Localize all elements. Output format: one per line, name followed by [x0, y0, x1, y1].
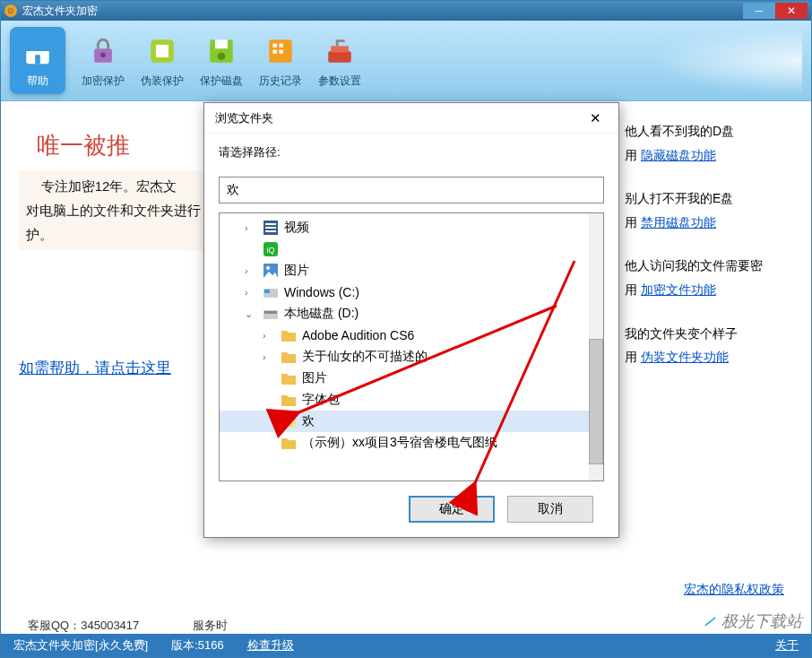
svg-rect-27: [264, 311, 277, 314]
expand-icon[interactable]: ⌄: [245, 308, 257, 320]
svg-rect-14: [328, 51, 351, 63]
tip-item-3: 我的文件夹变个样子用 伪装文件夹功能: [625, 322, 800, 369]
tip-link-0[interactable]: 隐藏磁盘功能: [641, 148, 716, 162]
expand-icon[interactable]: ›: [245, 265, 257, 276]
svg-point-3: [100, 52, 106, 57]
video-icon: [263, 221, 279, 235]
tree-item-1[interactable]: iQ: [220, 238, 603, 260]
svg-rect-12: [273, 50, 277, 54]
minimize-button[interactable]: ─: [743, 3, 775, 19]
disk-icon: [203, 32, 240, 70]
tree-item-9[interactable]: 欢: [220, 411, 603, 432]
svg-rect-7: [215, 39, 228, 48]
tip-item-0: 他人看不到我的D盘用 隐藏磁盘功能: [625, 119, 800, 167]
expand-icon[interactable]: ›: [263, 330, 275, 341]
window-title: 宏杰文件夹加密: [22, 4, 98, 19]
settings-icon: [321, 32, 358, 70]
close-button[interactable]: ✕: [775, 3, 808, 19]
folder-icon: [281, 328, 297, 342]
app-window: ⊙ 宏杰文件夹加密 ─ ✕ 帮助加密保护伪装保护保护磁盘历史记录参数设置 唯一被…: [0, 0, 812, 658]
tree-item-8[interactable]: 字体包: [220, 389, 603, 411]
tip-item-1: 别人打不开我的E盘用 禁用磁盘功能: [625, 186, 800, 234]
folder-open-icon: [281, 414, 297, 429]
tree-label: 图片: [302, 370, 327, 386]
tree-item-5[interactable]: ›Adobe Audition CS6: [220, 325, 603, 346]
iqiyi-icon: iQ: [263, 242, 279, 256]
dialog-title: 浏览文件夹: [215, 110, 273, 126]
folder-icon: [281, 436, 297, 450]
cancel-button[interactable]: 取消: [507, 496, 593, 523]
privacy-link[interactable]: 宏杰的隐私权政策: [684, 582, 784, 598]
toolbar-label: 参数设置: [318, 74, 361, 89]
footer: 客服QQ：345003417 服务时: [28, 618, 793, 634]
toolbar-home[interactable]: 帮助: [10, 27, 65, 94]
toolbar-label: 伪装保护: [141, 74, 184, 89]
app-icon: ⊙: [4, 4, 17, 17]
folder-icon: [281, 350, 297, 364]
service-qq: 客服QQ：345003417: [28, 618, 139, 634]
tip-link-1[interactable]: 禁用磁盘功能: [641, 215, 716, 229]
svg-rect-1: [35, 55, 40, 64]
expand-icon[interactable]: ›: [245, 287, 257, 298]
scrollbar-thumb[interactable]: [589, 339, 603, 464]
dialog-body: 请选择路径: ›视频iQ›图片›Windows (C:)⌄本地磁盘 (D:)›A…: [204, 134, 618, 537]
toolbar-label: 加密保护: [82, 74, 125, 89]
tree-label: 本地磁盘 (D:): [284, 306, 358, 322]
expand-icon[interactable]: ›: [263, 351, 275, 362]
dialog-close-button[interactable]: ✕: [583, 108, 608, 129]
svg-point-23: [266, 266, 270, 270]
pic-icon: [263, 264, 279, 278]
toolbar-label: 帮助: [27, 74, 48, 89]
toolbar-disk[interactable]: 保护磁盘: [200, 32, 243, 89]
ok-button[interactable]: 确定: [409, 496, 495, 523]
tree-scrollbar[interactable]: [589, 213, 603, 481]
folder-icon: [281, 393, 297, 407]
tree-item-10[interactable]: （示例）xx项目3号宿舍楼电气图纸: [220, 432, 603, 454]
toolbar-label: 保护磁盘: [200, 74, 243, 89]
svg-rect-10: [273, 44, 277, 48]
tree-item-0[interactable]: ›视频: [220, 217, 603, 238]
svg-rect-15: [331, 46, 349, 52]
tree-label: （示例）xx项目3号宿舍楼电气图纸: [302, 435, 497, 451]
toolbar-lock[interactable]: 加密保护: [82, 32, 125, 89]
window-controls: ─ ✕: [743, 3, 808, 19]
toolbar-label: 历史记录: [259, 74, 302, 89]
toolbar-disguise[interactable]: 伪装保护: [141, 32, 184, 89]
dialog-prompt: 请选择路径:: [219, 144, 604, 160]
svg-rect-19: [265, 230, 276, 232]
check-update-link[interactable]: 检查升级: [247, 637, 294, 654]
sb-app: 宏杰文件夹加密[永久免费]: [13, 637, 148, 654]
folder-tree[interactable]: ›视频iQ›图片›Windows (C:)⌄本地磁盘 (D:)›Adobe Au…: [219, 212, 604, 481]
lock-icon: [84, 32, 122, 70]
tree-item-6[interactable]: ›关于仙女的不可描述的: [220, 346, 603, 368]
disguise-icon: [143, 32, 181, 70]
toolbar-history[interactable]: 历史记录: [259, 32, 302, 89]
tree-item-3[interactable]: ›Windows (C:): [220, 281, 603, 303]
sidebar-tips: 他人看不到我的D盘用 隐藏磁盘功能别人打不开我的E盘用 禁用磁盘功能他人访问我的…: [614, 101, 811, 634]
tree-item-2[interactable]: ›图片: [220, 260, 603, 281]
tree-label: Adobe Audition CS6: [302, 328, 414, 342]
tree-label: 字体包: [302, 392, 340, 408]
svg-point-8: [218, 52, 226, 60]
service-time: 服务时: [193, 618, 228, 634]
about-link[interactable]: 关于: [775, 637, 799, 654]
path-input[interactable]: [219, 177, 604, 203]
tree-item-4[interactable]: ⌄本地磁盘 (D:): [220, 303, 603, 325]
tip-link-3[interactable]: 伪装文件夹功能: [641, 350, 729, 364]
toolbar-settings[interactable]: 参数设置: [318, 32, 361, 89]
svg-rect-18: [265, 227, 276, 229]
browse-folder-dialog: 浏览文件夹 ✕ 请选择路径: ›视频iQ›图片›Windows (C:)⌄本地磁…: [203, 102, 619, 538]
dialog-buttons: 确定 取消: [219, 481, 604, 537]
tree-label: Windows (C:): [284, 285, 359, 299]
sb-version: 版本:5166: [171, 637, 224, 654]
tree-item-7[interactable]: 图片: [220, 368, 603, 389]
winc-icon: [263, 285, 279, 299]
svg-rect-11: [280, 44, 283, 48]
tip-link-2[interactable]: 加密文件功能: [641, 282, 716, 297]
folder-icon: [281, 371, 297, 385]
svg-rect-13: [280, 50, 283, 54]
tree-label: 视频: [284, 220, 309, 236]
home-icon: [19, 32, 56, 70]
dialog-titlebar: 浏览文件夹 ✕: [204, 103, 618, 134]
expand-icon[interactable]: ›: [245, 222, 257, 233]
